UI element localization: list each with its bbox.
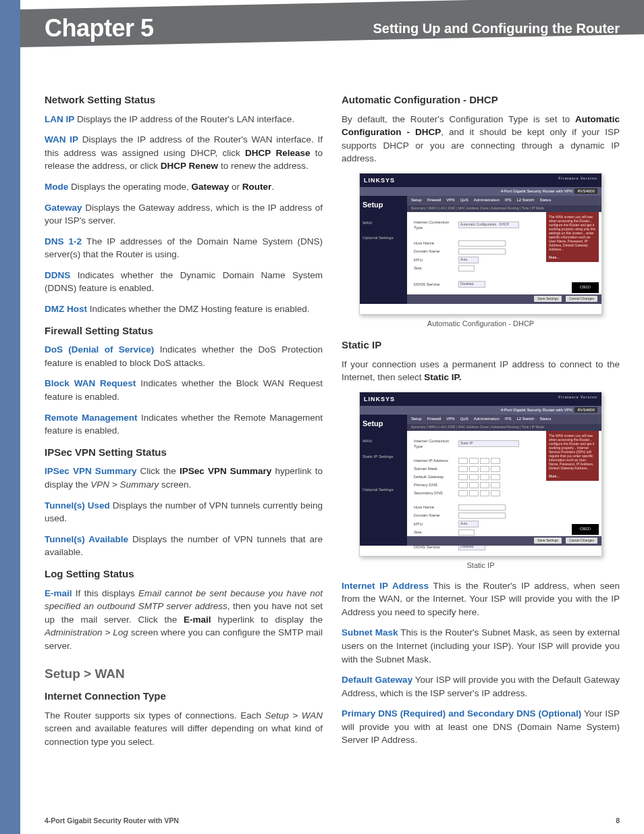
row-mtu: MTUAuto	[414, 521, 595, 527]
figure-dhcp: LINKSYSFirmware Version 4-Port Gigabit S…	[359, 173, 602, 315]
term-tunnels-used: Tunnel(s) Used	[45, 500, 110, 511]
tab: Status	[539, 197, 551, 204]
fig-bottom-bar: Save SettingsCancel Changes	[407, 536, 601, 546]
footer-page: 8	[616, 816, 620, 826]
fw-text: Firmware Version	[558, 395, 597, 403]
fig-help-box: The WAN screen you will see when accessi…	[546, 431, 599, 481]
label: DDNS Service	[414, 282, 454, 288]
term-ddns: DDNS	[45, 270, 70, 280]
label: Internet Connection Type	[414, 219, 454, 231]
input	[458, 265, 475, 271]
model-text: 4-Port Gigabit Security Router with VPN	[501, 408, 572, 412]
term-tunnels-avail: Tunnel(s) Available	[45, 534, 128, 544]
text: to renew the address.	[218, 161, 308, 171]
para-iip: Internet IP Address This is the Router's…	[342, 579, 620, 619]
text: screen.	[159, 479, 191, 490]
heading-internet-conn-type: Internet Connection Type	[45, 689, 323, 704]
tab: VPN	[446, 197, 454, 204]
para-dns: DNS 1-2 The IP addresses of the Domain N…	[45, 235, 323, 261]
para-dmz: DMZ Host Indicates whether the DMZ Hosti…	[45, 303, 323, 316]
page: Chapter 5 Setting Up and Configuring the…	[0, 0, 644, 834]
content-columns: Network Setting Status LAN IP Displays t…	[20, 57, 644, 756]
text: Indicates whether the Dynamic Domain Nam…	[45, 270, 323, 294]
fig-tabs: Setup Firewall VPN QoS Administration IP…	[407, 415, 601, 424]
para-block-wan: Block WAN Request Indicates whether the …	[45, 377, 323, 403]
text: If this displays	[72, 588, 139, 598]
fig-body: Setup WAN Static IP Settings Optional Se…	[360, 415, 601, 546]
model-code: RVS4000	[574, 188, 597, 194]
fw-text: Firmware Version	[558, 176, 597, 184]
para-tunnels-used: Tunnel(s) Used Displays the number of VP…	[45, 499, 323, 525]
input	[458, 504, 506, 511]
tab: VPN	[446, 416, 454, 423]
row-pdns: Primary DNS	[414, 482, 595, 488]
text: screen and available features will diffe…	[45, 723, 323, 747]
term-wan-ip: WAN IP	[45, 134, 78, 145]
heading-auto-dhcp: Automatic Configuration - DHCP	[342, 93, 620, 107]
bold: Router	[242, 182, 272, 192]
text: Displays the operating mode,	[68, 182, 191, 192]
row-size: Size	[414, 265, 595, 271]
select: Automatic Configuration - DHCP	[458, 221, 519, 228]
para-mode: Mode Displays the operating mode, Gatewa…	[45, 180, 323, 194]
fig-subtabs: Summary | WAN | LAN | DMZ | MAC Address …	[407, 205, 601, 212]
term-email: E-mail	[45, 588, 72, 598]
row-sdns: Secondary DNS	[414, 490, 595, 496]
footer-product: 4-Port Gigabit Security Router with VPN	[45, 816, 179, 826]
fig-subtabs: Summary | WAN | LAN | DMZ | MAC Address …	[407, 424, 601, 431]
brand-text: LINKSYS	[364, 395, 395, 403]
page-footer: 4-Port Gigabit Security Router with VPN …	[45, 816, 620, 826]
term-dns: DNS 1-2	[45, 236, 82, 246]
bold: Static IP.	[424, 372, 461, 382]
header-inner: Chapter 5 Setting Up and Configuring the…	[20, 9, 644, 47]
para-remote-mgmt: Remote Management Indicates whether the …	[45, 411, 323, 438]
para-tunnels-avail: Tunnel(s) Available Displays the number …	[45, 533, 323, 559]
italic: Administration > Log	[45, 627, 128, 637]
ip-grid	[458, 474, 500, 480]
label: Internet IP Address	[414, 458, 454, 464]
term-block-wan: Block WAN Request	[45, 378, 136, 388]
row-size: Size	[414, 529, 595, 536]
heading-static-ip: Static IP	[342, 338, 620, 353]
fig-brand-bar: LINKSYSFirmware Version	[360, 392, 601, 406]
text: .	[271, 182, 274, 192]
tab: Status	[539, 416, 551, 423]
caption-dhcp: Automatic Configuration - DHCP	[342, 319, 620, 330]
heading-log-setting: Log Setting Status	[45, 567, 323, 581]
text: If your connection uses a permanent IP a…	[342, 359, 620, 383]
fig-help-box: The WAN screen you will see when accessi…	[546, 212, 599, 262]
label: Primary DNS	[414, 482, 454, 488]
term-dmz: DMZ Host	[45, 304, 87, 314]
save-btn: Save Settings	[534, 296, 562, 302]
text: Click the	[136, 466, 180, 476]
heading-setup-wan: Setup > WAN	[45, 664, 323, 683]
sidebar-setup: Setup	[363, 419, 404, 429]
term-default-gw: Default Gateway	[342, 675, 412, 685]
cancel-btn: Cancel Changes	[566, 296, 597, 302]
sidebar-setup: Setup	[363, 200, 404, 211]
sidebar-wan: WAN	[363, 220, 404, 226]
tab: IPS	[505, 197, 512, 204]
label: Secondary DNS	[414, 490, 454, 496]
bold: DHCP Renew	[161, 161, 218, 171]
term-subnet: Subnet Mask	[342, 627, 398, 637]
para-subnet: Subnet Mask This is the Router's Subnet …	[342, 626, 620, 666]
italic: VPN > Summary	[90, 479, 159, 490]
cancel-btn: Cancel Changes	[566, 538, 597, 544]
para-ddns: DDNS Indicates whether the Dynamic Domai…	[45, 269, 323, 295]
input	[458, 529, 475, 536]
sidebar-staticip: Static IP Settings	[363, 454, 404, 460]
bold: DHCP Release	[245, 148, 310, 158]
model-code: RVS4000	[574, 407, 597, 413]
fig-sidebar: Setup WAN Static IP Settings Optional Se…	[360, 415, 407, 546]
input	[458, 249, 506, 255]
tab: Firewall	[427, 197, 441, 204]
tab: L2 Switch	[516, 416, 534, 423]
para-gateway: Gateway Displays the Gateway address, wh…	[45, 201, 323, 228]
input	[458, 240, 506, 246]
text: Displays the Gateway address, which is t…	[45, 203, 323, 226]
bold: IPSec VPN Summary	[180, 466, 271, 476]
select: Static IP	[458, 440, 519, 447]
select: Auto	[458, 257, 479, 263]
fig-model-bar: 4-Port Gigabit Security Router with VPN …	[360, 406, 601, 415]
